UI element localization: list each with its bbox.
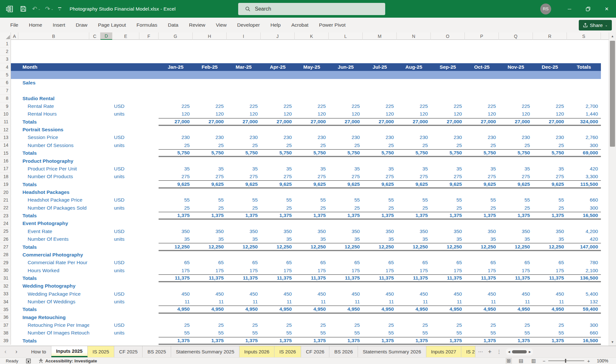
row-header-15[interactable]: 15 (0, 149, 11, 157)
cell-B37[interactable]: Retouching Price Per Image (18, 321, 89, 329)
sheet-tab-is-2[interactable]: IS 2 (461, 346, 475, 357)
row-header-17[interactable]: 17 (0, 165, 11, 173)
column-header-R[interactable]: R (533, 32, 567, 40)
cell-K33[interactable]: 450 (295, 290, 329, 298)
cell-B4[interactable]: Month (18, 63, 89, 71)
row-header-12[interactable]: 12 (0, 126, 11, 134)
cell-S10[interactable]: 1,440 (567, 110, 601, 118)
account-avatar[interactable]: RS (540, 4, 551, 14)
cell-N11[interactable]: 27,000 (397, 118, 431, 126)
zoom-in-button[interactable]: + (587, 358, 590, 364)
cell-J38[interactable]: 55 (261, 329, 295, 337)
cell-Q17[interactable]: 35 (499, 165, 533, 173)
cell-B24[interactable]: Event Photography (18, 220, 89, 227)
cell-M23[interactable]: 1,375 (363, 212, 397, 220)
row-header-39[interactable]: 39 (0, 337, 11, 345)
cell-R38[interactable]: 55 (533, 329, 567, 337)
cell-B15[interactable]: Totals (18, 149, 89, 157)
cell-M21[interactable]: 55 (363, 196, 397, 204)
row-header-2[interactable]: 2 (0, 48, 11, 55)
sheet-tab-cf-2026[interactable]: CF 2026 (301, 346, 330, 357)
cell-J9[interactable]: 225 (261, 102, 295, 110)
row-header-14[interactable]: 14 (0, 142, 11, 149)
cell-J26[interactable]: 35 (261, 235, 295, 243)
row-header-19[interactable]: 19 (0, 180, 11, 188)
cell-G18[interactable]: 275 (159, 173, 193, 180)
cell-L39[interactable]: 1,375 (329, 337, 363, 345)
cell-O19[interactable]: 9,625 (431, 180, 465, 188)
column-header-Q[interactable]: Q (499, 32, 533, 40)
select-all-corner[interactable] (0, 32, 11, 40)
cell-S17[interactable]: 420 (567, 165, 601, 173)
cell-R31[interactable]: 11,375 (533, 274, 567, 282)
cell-K10[interactable]: 120 (295, 110, 329, 118)
cell-H25[interactable]: 350 (193, 228, 227, 235)
zoom-slider[interactable] (548, 360, 584, 361)
cell-O21[interactable]: 55 (431, 196, 465, 204)
cell-E14[interactable]: units (112, 142, 139, 149)
cell-M27[interactable]: 12,250 (363, 243, 397, 251)
cell-O27[interactable]: 12,250 (431, 243, 465, 251)
cell-H27[interactable]: 12,250 (193, 243, 227, 251)
cell-G17[interactable]: 35 (159, 165, 193, 173)
cell-N31[interactable]: 11,375 (397, 274, 431, 282)
cell-N17[interactable]: 35 (397, 165, 431, 173)
cell-E10[interactable]: units (112, 110, 139, 118)
cell-H34[interactable]: 11 (193, 298, 227, 306)
cell-G35[interactable]: 4,950 (159, 306, 193, 313)
cell-L26[interactable]: 35 (329, 235, 363, 243)
cell-G10[interactable]: 120 (159, 110, 193, 118)
cell-J4[interactable]: Apr-25 (261, 63, 295, 71)
cell-E22[interactable]: units (112, 204, 139, 212)
cell-R22[interactable]: 25 (533, 204, 567, 212)
cell-R9[interactable]: 225 (533, 102, 567, 110)
row-header-1[interactable]: 1 (0, 40, 11, 48)
row-header-4[interactable]: 4 (0, 63, 11, 71)
cell-P26[interactable]: 35 (465, 235, 499, 243)
cell-O14[interactable]: 25 (431, 142, 465, 149)
cell-Q9[interactable]: 225 (499, 102, 533, 110)
cell-B12[interactable]: Portrait Sessions (18, 126, 89, 134)
column-header-C[interactable]: C (89, 32, 100, 40)
cell-R17[interactable]: 35 (533, 165, 567, 173)
share-button[interactable]: Share ⌄ (579, 20, 612, 30)
cell-O39[interactable]: 1,375 (431, 337, 465, 345)
row-header-38[interactable]: 38 (0, 329, 11, 337)
cell-P9[interactable]: 225 (465, 102, 499, 110)
cell-R11[interactable]: 27,000 (533, 118, 567, 126)
cell-H19[interactable]: 9,625 (193, 180, 227, 188)
sheet-nav-next[interactable]: › (11, 346, 22, 357)
cell-H31[interactable]: 11,375 (193, 274, 227, 282)
sheet-tab-bs-2025[interactable]: BS 2025 (143, 346, 171, 357)
cell-P33[interactable]: 450 (465, 290, 499, 298)
cell-R23[interactable]: 1,375 (533, 212, 567, 220)
cell-H23[interactable]: 1,375 (193, 212, 227, 220)
cell-N33[interactable]: 450 (397, 290, 431, 298)
cell-I14[interactable]: 25 (227, 142, 261, 149)
cell-B19[interactable]: Totals (18, 180, 89, 188)
cell-N34[interactable]: 11 (397, 298, 431, 306)
cell-B21[interactable]: Headshot Package Price (18, 196, 89, 204)
cell-P21[interactable]: 55 (465, 196, 499, 204)
cell-M33[interactable]: 450 (363, 290, 397, 298)
row-header-33[interactable]: 33 (0, 290, 11, 298)
cell-B8[interactable]: Studio Rental (18, 95, 89, 102)
cell-I23[interactable]: 1,375 (227, 212, 261, 220)
cell-R19[interactable]: 9,625 (533, 180, 567, 188)
cell-M38[interactable]: 55 (363, 329, 397, 337)
cell-P29[interactable]: 65 (465, 259, 499, 266)
cell-M34[interactable]: 11 (363, 298, 397, 306)
cell-K19[interactable]: 9,625 (295, 180, 329, 188)
cell-E29[interactable]: USD (112, 259, 139, 266)
cell-S33[interactable]: 5,400 (567, 290, 601, 298)
cell-M26[interactable]: 35 (363, 235, 397, 243)
cell-J17[interactable]: 35 (261, 165, 295, 173)
cell-H9[interactable]: 225 (193, 102, 227, 110)
cell-M31[interactable]: 11,375 (363, 274, 397, 282)
cell-S29[interactable]: 780 (567, 259, 601, 266)
cell-J33[interactable]: 450 (261, 290, 295, 298)
cell-R21[interactable]: 55 (533, 196, 567, 204)
cell-H4[interactable]: Feb-25 (193, 63, 227, 71)
cell-O22[interactable]: 25 (431, 204, 465, 212)
cell-H35[interactable]: 4,950 (193, 306, 227, 313)
